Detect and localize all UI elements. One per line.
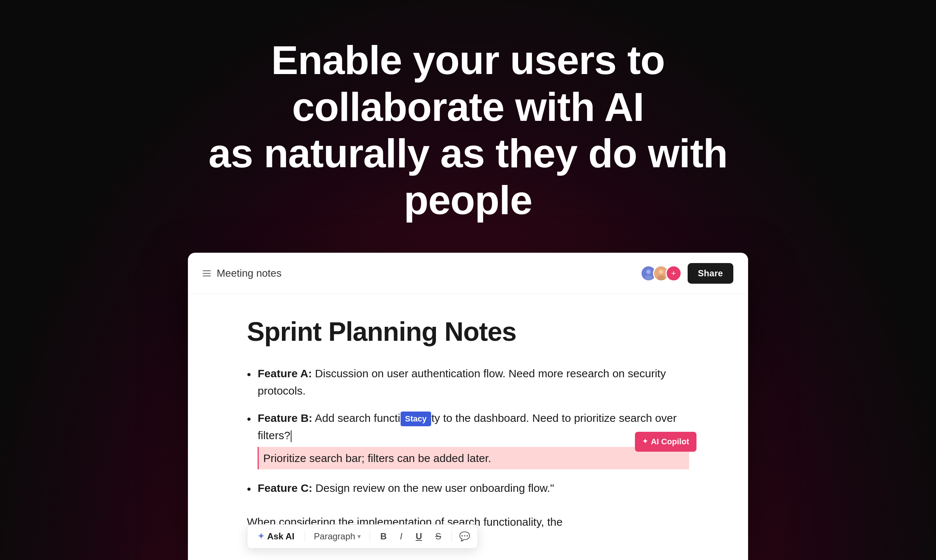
feature-c-text: Feature C: Design review on the new user… [257,480,689,497]
floating-toolbar: Ask AI Paragraph ▾ B I U S 💬 [247,524,478,549]
hero-section: Enable your users to collaborate with AI… [0,0,936,253]
strikethrough-button[interactable]: S [432,530,444,543]
svg-point-1 [647,270,651,274]
text-cursor [291,430,291,442]
top-bar-left: Meeting notes [203,268,282,279]
ai-suggestion-text: Prioritize search bar; filters can be ad… [257,447,689,469]
menu-icon[interactable] [203,271,211,276]
italic-button[interactable]: I [397,530,405,543]
bold-button[interactable]: B [377,530,389,543]
paragraph-style-select[interactable]: Paragraph ▾ [313,531,362,542]
ask-ai-button[interactable]: Ask AI [255,531,297,542]
page-title: Meeting notes [217,268,282,279]
svg-point-2 [645,275,652,280]
feature-b-text: Feature B: Add search functiStacyty to t… [257,410,689,469]
hero-title: Enable your users to collaborate with AI… [173,37,763,223]
toolbar-divider-3 [451,531,452,542]
list-item: Feature A: Discussion on user authentica… [247,365,689,399]
list-item: Feature B: Add search functiStacyty to t… [247,410,689,469]
feature-a-text: Feature A: Discussion on user authentica… [257,365,689,399]
share-button[interactable]: Share [688,263,733,284]
svg-point-4 [659,270,663,274]
app-window: Meeting notes [188,253,748,560]
user-tag-stacy: Stacy [400,412,431,426]
top-bar: Meeting notes [188,253,748,294]
ai-copilot-badge[interactable]: AI Copilot [635,432,696,452]
page-wrapper: Enable your users to collaborate with AI… [0,0,936,560]
top-bar-right: + Share [640,263,733,284]
avatar-add-collaborator[interactable]: + [665,265,682,282]
document-title: Sprint Planning Notes [247,317,689,347]
underline-button[interactable]: U [413,530,425,543]
svg-point-5 [657,275,665,280]
comment-icon[interactable]: 💬 [459,531,470,542]
toolbar-divider [305,531,305,542]
feature-b-label: Feature B: [257,412,312,424]
list-item: Feature C: Design review on the new user… [247,480,689,498]
feature-a-label: Feature A: [257,367,312,380]
chevron-down-icon: ▾ [357,532,361,540]
toolbar-divider-2 [369,531,370,542]
content-area: Sprint Planning Notes Feature A: Discuss… [188,294,748,560]
feature-c-label: Feature C: [257,482,312,494]
collaborator-avatars: + [640,265,682,282]
bullet-list: Feature A: Discussion on user authentica… [247,365,689,498]
